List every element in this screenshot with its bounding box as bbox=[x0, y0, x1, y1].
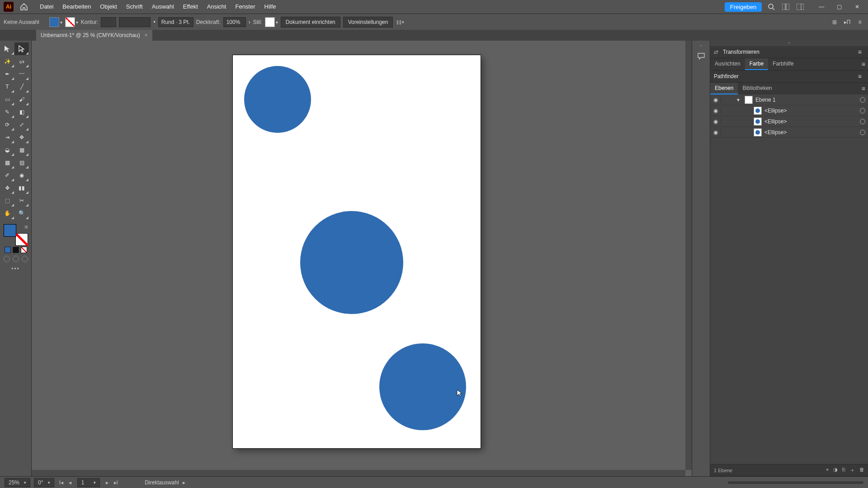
menu-fenster[interactable]: Fenster bbox=[231, 0, 259, 14]
gradient-tool[interactable]: ▤ bbox=[14, 156, 29, 169]
sublayer-row[interactable]: ◉ <Ellipse> bbox=[710, 127, 868, 138]
menu-schrift[interactable]: Schrift bbox=[122, 0, 147, 14]
panel-dock-toggle-icon[interactable]: ⊞ bbox=[830, 18, 839, 27]
direct-selection-tool[interactable] bbox=[14, 42, 29, 55]
ellipse-shape[interactable] bbox=[379, 343, 466, 430]
fill-swatch[interactable] bbox=[49, 17, 62, 27]
canvas-area[interactable] bbox=[32, 41, 692, 476]
control-bar-menu-icon[interactable]: ≡ bbox=[855, 18, 864, 27]
artboard-tool[interactable]: ⬚ bbox=[0, 194, 14, 207]
menu-hilfe[interactable]: Hilfe bbox=[260, 0, 281, 14]
target-icon[interactable] bbox=[860, 119, 865, 124]
navigator-scroll-track[interactable] bbox=[728, 481, 863, 484]
document-tab-close-icon[interactable]: × bbox=[145, 32, 148, 38]
type-tool[interactable]: T bbox=[0, 80, 14, 93]
new-sublayer-icon[interactable]: ⎘ bbox=[842, 467, 845, 474]
disclosure-triangle-icon[interactable]: ▾ bbox=[732, 97, 745, 103]
panel-menu-icon[interactable]: ≡ bbox=[855, 48, 864, 56]
curvature-tool[interactable]: 〰 bbox=[14, 68, 29, 80]
menu-effekt[interactable]: Effekt bbox=[179, 0, 203, 14]
menu-auswahl[interactable]: Auswahl bbox=[147, 0, 179, 14]
first-artboard-icon[interactable]: I◂ bbox=[58, 479, 65, 486]
mesh-tool[interactable]: ▩ bbox=[0, 156, 14, 169]
menu-ansicht[interactable]: Ansicht bbox=[203, 0, 231, 14]
prev-artboard-icon[interactable]: ◂ bbox=[66, 479, 74, 486]
layer-name[interactable]: <Ellipse> bbox=[764, 118, 787, 125]
target-icon[interactable] bbox=[860, 97, 865, 103]
close-button[interactable]: ✕ bbox=[849, 4, 865, 10]
ellipse-shape[interactable] bbox=[300, 211, 403, 314]
shape-builder-tool[interactable]: ◒ bbox=[0, 144, 14, 156]
panel-align-tab[interactable]: Ausrichten bbox=[710, 58, 745, 70]
zoom-tool[interactable]: 🔍 bbox=[14, 207, 29, 220]
pen-tool[interactable]: ✒ bbox=[0, 68, 14, 80]
gradient-chip-icon[interactable] bbox=[13, 247, 19, 253]
draw-normal-icon[interactable] bbox=[4, 256, 10, 262]
stroke-weight-field[interactable] bbox=[101, 17, 116, 27]
maximize-button[interactable]: ▢ bbox=[831, 4, 848, 10]
visibility-toggle-icon[interactable]: ◉ bbox=[710, 118, 721, 125]
panel-colorguide-tab[interactable]: Farbhilfe bbox=[768, 58, 798, 70]
fill-stroke-indicator[interactable]: ⤭ bbox=[4, 224, 28, 246]
panel-menu-icon[interactable]: ≡ bbox=[859, 61, 868, 68]
rotate-tool[interactable]: ⟳ bbox=[0, 118, 14, 131]
ellipse-shape[interactable] bbox=[244, 66, 311, 133]
layer-name[interactable]: Ebene 1 bbox=[755, 97, 776, 103]
blend-tool[interactable]: ◉ bbox=[14, 169, 29, 182]
eyedropper-tool[interactable]: ✐ bbox=[0, 169, 14, 182]
delete-layer-icon[interactable]: 🗑 bbox=[859, 467, 864, 474]
status-menu-icon[interactable]: ▸ bbox=[183, 479, 185, 486]
slice-tool[interactable]: ✂ bbox=[14, 194, 29, 207]
none-chip-icon[interactable] bbox=[21, 247, 27, 253]
arrange-documents-icon[interactable] bbox=[781, 2, 791, 12]
comments-panel-icon[interactable] bbox=[697, 52, 706, 61]
panel-pathfinder-tab[interactable]: Pathfinder bbox=[714, 73, 739, 80]
horizontal-scrollbar[interactable] bbox=[32, 470, 685, 476]
share-button[interactable]: Freigeben bbox=[725, 2, 762, 12]
hand-tool[interactable]: ✋ bbox=[0, 207, 14, 220]
graphic-style-swatch[interactable] bbox=[265, 17, 278, 27]
menu-objekt[interactable]: Objekt bbox=[95, 0, 122, 14]
color-chip-icon[interactable] bbox=[5, 247, 11, 253]
layer-row[interactable]: ◉ ▾ Ebene 1 bbox=[710, 94, 868, 105]
perspective-grid-tool[interactable]: ▦ bbox=[14, 144, 29, 156]
line-segment-tool[interactable]: ╱ bbox=[14, 80, 29, 93]
menu-bearbeiten[interactable]: Bearbeiten bbox=[58, 0, 95, 14]
layer-name[interactable]: <Ellipse> bbox=[764, 129, 787, 136]
panel-menu-icon[interactable]: ≡ bbox=[855, 73, 864, 80]
column-graph-tool[interactable]: ▮▮ bbox=[14, 182, 29, 194]
fill-color-icon[interactable] bbox=[4, 224, 16, 237]
layer-name[interactable]: <Ellipse> bbox=[764, 108, 787, 114]
next-artboard-icon[interactable]: ▸ bbox=[104, 479, 111, 486]
visibility-toggle-icon[interactable]: ◉ bbox=[710, 108, 721, 114]
minimize-button[interactable]: — bbox=[813, 4, 830, 10]
free-transform-tool[interactable]: ✥ bbox=[14, 131, 29, 144]
align-to-icon[interactable]: ⫿⫿▾ bbox=[396, 18, 405, 27]
gpu-preview-icon[interactable]: ▸П bbox=[843, 18, 852, 27]
locate-object-icon[interactable]: ⌖ bbox=[826, 467, 829, 474]
selection-tool[interactable] bbox=[0, 42, 14, 55]
width-tool[interactable]: ⇥ bbox=[0, 131, 14, 144]
preferences-button[interactable]: Voreinstellungen bbox=[343, 17, 393, 28]
brush-definition-field[interactable]: Rund · 3 Pt. bbox=[158, 17, 193, 27]
visibility-toggle-icon[interactable]: ◉ bbox=[710, 97, 721, 103]
stroke-swatch[interactable] bbox=[65, 17, 78, 27]
swap-fill-stroke-icon[interactable]: ⤭ bbox=[24, 224, 28, 230]
sublayer-row[interactable]: ◉ <Ellipse> bbox=[710, 116, 868, 127]
scale-tool[interactable]: ⤢ bbox=[14, 118, 29, 131]
lasso-tool[interactable]: ᔕ bbox=[14, 55, 29, 68]
paintbrush-tool[interactable]: 🖌 bbox=[14, 93, 29, 106]
target-icon[interactable] bbox=[860, 108, 865, 113]
symbol-sprayer-tool[interactable]: ❖ bbox=[0, 182, 14, 194]
panel-menu-icon[interactable]: ≡ bbox=[859, 85, 868, 92]
last-artboard-icon[interactable]: ▸I bbox=[112, 479, 119, 486]
opacity-field[interactable]: 100% bbox=[223, 17, 246, 27]
magic-wand-tool[interactable]: ✨ bbox=[0, 55, 14, 68]
eraser-tool[interactable]: ◧ bbox=[14, 106, 29, 118]
vertical-scrollbar[interactable] bbox=[685, 41, 692, 470]
shaper-tool[interactable]: ✎ bbox=[0, 106, 14, 118]
document-tab[interactable]: Unbenannt-1* @ 25 % (CMYK/Vorschau) × bbox=[36, 30, 152, 41]
sublayer-row[interactable]: ◉ <Ellipse> bbox=[710, 105, 868, 116]
target-icon[interactable] bbox=[860, 130, 865, 135]
rectangle-tool[interactable]: ▭ bbox=[0, 93, 14, 106]
